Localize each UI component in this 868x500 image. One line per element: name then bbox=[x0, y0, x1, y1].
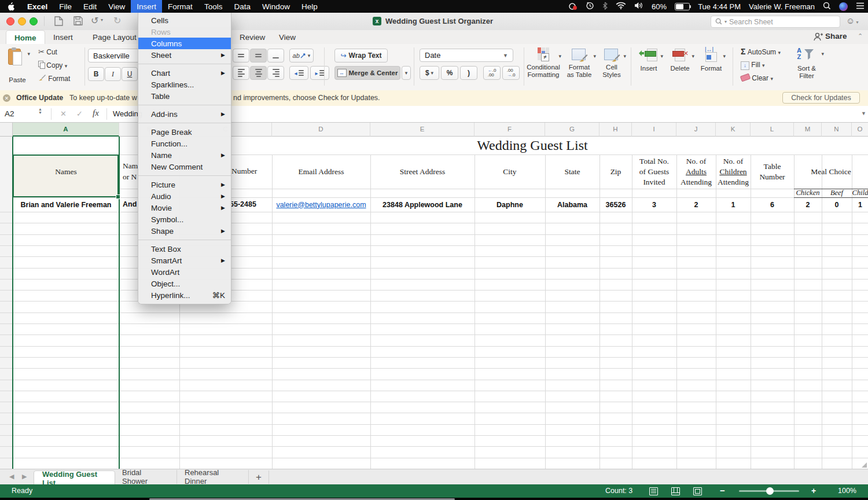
menubar-item-insert[interactable]: Insert bbox=[131, 0, 162, 13]
sort-filter-button[interactable]: AZ ▾ Sort &Filter bbox=[792, 47, 822, 65]
normal-view-icon[interactable] bbox=[649, 487, 658, 495]
search-sheet-box[interactable]: ▾ Search Sheet bbox=[711, 16, 840, 28]
column-header-D[interactable]: D bbox=[272, 122, 370, 137]
column-header-H[interactable]: H bbox=[599, 122, 632, 137]
menu-item-text-box[interactable]: Text Box bbox=[138, 243, 231, 255]
zoom-in-button[interactable]: + bbox=[811, 486, 816, 495]
zoom-slider-knob[interactable] bbox=[766, 487, 774, 495]
undo-icon[interactable]: ↺ bbox=[91, 15, 98, 26]
menubar-item-help[interactable]: Help bbox=[296, 0, 323, 13]
column-header-E[interactable]: E bbox=[370, 122, 475, 137]
collapse-ribbon-chevron-icon[interactable]: ⌃ bbox=[858, 32, 863, 40]
close-update-bar-icon[interactable]: ✕ bbox=[3, 94, 10, 102]
data-cell-A[interactable]: Brian and Valerie Freeman bbox=[13, 197, 119, 212]
name-box-stepper[interactable]: ▲▼ bbox=[38, 108, 42, 115]
bluetooth-icon[interactable] bbox=[602, 2, 608, 12]
redo-icon[interactable]: ↻ bbox=[113, 15, 121, 26]
siri-icon[interactable] bbox=[839, 2, 848, 11]
page-break-view-icon[interactable] bbox=[693, 487, 702, 495]
paste-button[interactable]: ▾ Paste bbox=[5, 46, 30, 86]
align-left-button[interactable] bbox=[233, 66, 249, 80]
underline-button[interactable]: U bbox=[122, 67, 138, 81]
header-cell-b-fragment[interactable]: Nam bbox=[123, 161, 138, 171]
new-document-icon[interactable] bbox=[54, 16, 63, 28]
ribbon-tab-view[interactable]: View bbox=[271, 30, 304, 44]
expand-formula-bar-arrow[interactable]: ▼ bbox=[861, 111, 866, 116]
column-header-J[interactable]: J bbox=[676, 122, 716, 137]
ribbon-tab-page-layout[interactable]: Page Layout bbox=[84, 30, 145, 44]
menu-item-add-ins[interactable]: Add-ins▶ bbox=[138, 108, 231, 120]
menu-item-chart[interactable]: Chart▶ bbox=[138, 67, 231, 79]
menu-item-sparklines[interactable]: Sparklines... bbox=[138, 79, 231, 90]
prev-sheet-arrow-icon[interactable]: ◀ bbox=[9, 473, 14, 480]
menu-item-picture[interactable]: Picture▶ bbox=[138, 179, 231, 190]
decrease-indent-button[interactable]: ◂ bbox=[289, 66, 308, 80]
align-top-button[interactable] bbox=[233, 49, 249, 62]
format-as-table-button[interactable]: ▾ Formatas Table bbox=[562, 47, 596, 64]
sheet-tab-bridal-shower[interactable]: Bridal Shower bbox=[114, 470, 177, 484]
increase-decimal-button[interactable]: ←.0.00 bbox=[483, 66, 501, 80]
data-cell-G[interactable]: Alabama bbox=[545, 197, 599, 212]
name-box[interactable]: A2 bbox=[5, 109, 14, 118]
menubar-item-view[interactable]: View bbox=[102, 0, 131, 13]
menubar-item-excel[interactable]: Excel bbox=[21, 0, 53, 13]
data-cell-H[interactable]: 36526 bbox=[599, 197, 632, 212]
column-header-G[interactable]: G bbox=[545, 122, 599, 137]
merge-center-dropdown[interactable]: ▾ bbox=[402, 66, 411, 80]
menu-item-name[interactable]: Name▶ bbox=[138, 149, 231, 161]
close-window-button[interactable] bbox=[6, 17, 14, 25]
header-cell-G[interactable]: State bbox=[545, 155, 599, 189]
menu-item-page-break[interactable]: Page Break bbox=[138, 126, 231, 138]
zoom-out-button[interactable]: − bbox=[720, 486, 725, 495]
menubar-item-tools[interactable]: Tools bbox=[198, 0, 229, 13]
align-middle-button[interactable] bbox=[250, 49, 267, 62]
data-cell-O[interactable]: 1 bbox=[852, 197, 868, 212]
menu-item-hyperlink[interactable]: Hyperlink...⌘K bbox=[138, 289, 231, 301]
menubar-user[interactable]: Valerie W. Freeman bbox=[749, 2, 815, 11]
menu-item-audio[interactable]: Audio▶ bbox=[138, 190, 231, 202]
currency-format-button[interactable]: $▾ bbox=[420, 66, 439, 80]
clear-button[interactable]: Clear ▾ bbox=[741, 74, 773, 82]
sheet-tab-wedding-guest-list[interactable]: Wedding Guest List bbox=[34, 470, 115, 486]
column-header-F[interactable]: F bbox=[475, 122, 545, 137]
data-cell-b-fragment[interactable]: And bbox=[123, 200, 137, 208]
number-format-combobox[interactable]: Date▼ bbox=[420, 49, 513, 62]
menubar-item-file[interactable]: File bbox=[53, 0, 78, 13]
header-cell-L[interactable]: TableNumber bbox=[751, 155, 794, 189]
data-cell-I[interactable]: 3 bbox=[632, 197, 676, 212]
cell-styles-button[interactable]: ▾ CellStyles bbox=[597, 47, 626, 64]
spotlight-search-icon[interactable] bbox=[823, 2, 831, 12]
header-cell-F[interactable]: City bbox=[475, 155, 545, 189]
undo-dropdown-arrow[interactable]: ▾ bbox=[101, 17, 103, 23]
spreadsheet-grid[interactable]: ABCDEFGHIJKLMNO1234567891011121314151617… bbox=[0, 122, 868, 469]
menu-item-sheet[interactable]: Sheet▶ bbox=[138, 49, 231, 61]
confirm-entry-icon[interactable]: ✓ bbox=[76, 109, 83, 118]
column-header-A[interactable]: A bbox=[13, 122, 119, 137]
menubar-item-data[interactable]: Data bbox=[228, 0, 256, 13]
menu-item-wordart[interactable]: WordArt bbox=[138, 266, 231, 278]
copy-button[interactable]: Copy ▾ bbox=[38, 61, 67, 69]
zoom-window-button[interactable] bbox=[30, 17, 38, 25]
ribbon-tab-home[interactable]: Home bbox=[6, 30, 45, 45]
time-machine-icon[interactable] bbox=[586, 1, 594, 12]
menu-item-object[interactable]: Object... bbox=[138, 278, 231, 289]
header-cell-J[interactable]: No. ofAdultsAttending bbox=[676, 155, 716, 189]
sheet-tab-rehearsal-dinner[interactable]: Rehearsal Dinner bbox=[176, 470, 249, 484]
column-header-N[interactable]: N bbox=[822, 122, 852, 137]
data-cell-c-fragment[interactable]: 55-2485 bbox=[230, 200, 256, 208]
select-all-corner[interactable] bbox=[0, 122, 13, 137]
menu-item-table[interactable]: Table bbox=[138, 90, 231, 102]
menu-item-smartart[interactable]: SmartArt▶ bbox=[138, 255, 231, 266]
column-header-I[interactable]: I bbox=[632, 122, 676, 137]
data-cell-N[interactable]: 0 bbox=[822, 197, 852, 212]
sub-header-N[interactable]: Beef bbox=[822, 188, 852, 198]
menu-item-symbol[interactable]: Symbol... bbox=[138, 214, 231, 225]
menu-item-shape[interactable]: Shape▶ bbox=[138, 225, 231, 237]
header-cell-meal-choice[interactable]: Meal Choice bbox=[794, 155, 868, 189]
header-cell-E[interactable]: Street Address bbox=[370, 155, 475, 189]
column-header-O[interactable]: O bbox=[852, 122, 868, 137]
page-layout-view-icon[interactable] bbox=[671, 487, 680, 495]
align-center-button[interactable] bbox=[250, 66, 267, 80]
fill-button[interactable]: ↓ Fill ▾ bbox=[741, 61, 765, 70]
align-bottom-button[interactable] bbox=[267, 49, 284, 62]
